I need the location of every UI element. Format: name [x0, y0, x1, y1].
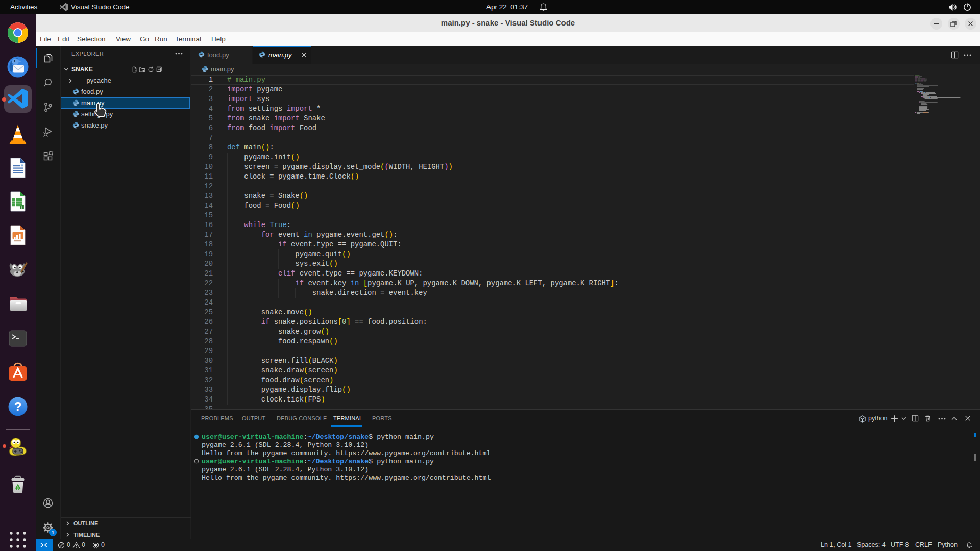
svg-text:?: ? [14, 399, 22, 413]
